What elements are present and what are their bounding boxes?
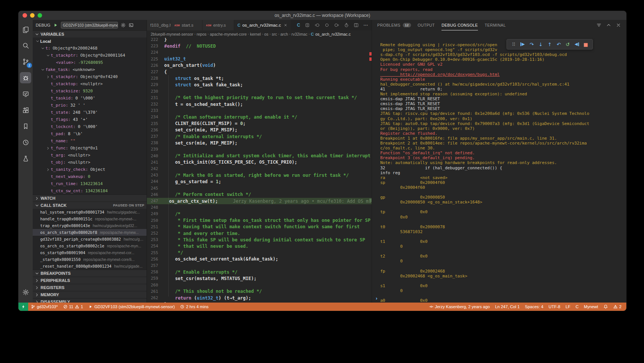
line-number[interactable]: 255 <box>147 250 158 255</box>
variable-row[interactable]: t_run_time:134223614 <box>33 180 147 187</box>
code-line-242[interactable]: 242 <box>147 166 372 172</box>
line-number[interactable]: 232 <box>147 102 158 107</box>
restart-button[interactable]: ↺ <box>563 40 572 48</box>
code-line-240[interactable]: 240 /* Intitialize and start system cloc… <box>147 153 372 159</box>
activity-history-icon[interactable] <box>20 137 31 148</box>
callstack-frame[interactable]: _start@0x08001550repos/apache-mynewt-cor… <box>33 256 147 263</box>
line-number[interactable]: 238 <box>147 140 158 145</box>
split-editor-icon[interactable] <box>354 23 359 28</box>
filter-icon[interactable] <box>596 23 602 28</box>
open-debug-console-icon[interactable] <box>128 23 134 28</box>
section-header-peripherals[interactable]: PERIPHERALS <box>33 277 147 284</box>
chevron-right-icon[interactable] <box>46 75 50 79</box>
breadcrumb-item[interactable]: rv32imac <box>292 32 308 36</box>
line-number[interactable]: 259 <box>147 276 158 281</box>
activity-tests-icon[interactable] <box>20 153 31 164</box>
line-number[interactable]: 251 <box>147 224 158 229</box>
variable-row[interactable]: t_lockcnt:0 '\000' <box>33 123 147 130</box>
panel-tab-debug-console[interactable]: DEBUG CONSOLE <box>441 20 478 30</box>
callstack-frame[interactable]: os_start@0x08001904repos/apache-mynewt-c… <box>33 249 147 256</box>
code-line-243[interactable]: 243 /* Mark the OS as started, right bef… <box>147 172 372 178</box>
activity-manage-icon[interactable] <box>20 286 31 298</box>
step-out-button[interactable]: ↑ <box>545 40 554 48</box>
continue-button[interactable]: ▶ <box>518 40 527 48</box>
variable-row[interactable]: t_stackptr:Object@*0xf4240 <box>33 73 147 80</box>
section-header-breakpoints[interactable]: BREAKPOINTS <box>33 270 147 277</box>
chevron-right-icon[interactable] <box>46 168 50 172</box>
section-header-disassembly[interactable]: DISASSEMBLY <box>33 298 147 303</box>
chevron-down-icon[interactable] <box>41 68 45 72</box>
close-panel-icon[interactable] <box>616 23 621 28</box>
chevron-down-icon[interactable] <box>46 54 50 57</box>
maximize-panel-icon[interactable] <box>606 23 611 28</box>
status-git-branch[interactable]: gd32vf103* <box>28 303 60 311</box>
code-line-225[interactable]: 225uint32_t <box>147 56 372 62</box>
previous-change-icon[interactable] <box>314 23 320 28</box>
variable-row[interactable]: t_func:Object@*0x1 <box>33 145 147 152</box>
line-number[interactable]: 227 <box>147 69 158 74</box>
variable-row[interactable]: t_stackptr:Object@*0x20001164 <box>33 52 147 59</box>
line-number[interactable]: 260 <box>147 283 158 288</box>
chevron-down-icon[interactable] <box>36 39 39 43</box>
console-link[interactable]: http://openocd.org/doc/doxygen/bugs.html <box>380 72 625 77</box>
line-number[interactable]: 253 <box>147 237 158 242</box>
code-line-255[interactable]: 255 */ <box>147 250 372 256</box>
code-line-239[interactable]: 239 <box>147 146 372 152</box>
line-number[interactable]: 246 <box>147 192 158 197</box>
open-changes-icon[interactable] <box>305 23 310 28</box>
chevron-down-icon[interactable] <box>41 47 45 50</box>
current-change-icon[interactable] <box>324 23 330 28</box>
code-line-247[interactable]: 247 os_arch_ctx_sw(t);Jerzy Kasenberg, 2… <box>147 198 372 204</box>
line-number[interactable]: 262 <box>147 295 158 300</box>
status-problems[interactable]: 111 <box>60 303 86 311</box>
code-line-252[interactable]: 252 * and every other time. <box>147 230 372 236</box>
line-number[interactable]: 222 <box>147 38 158 42</box>
code-line-232[interactable]: 232 t = os_sched_next_task(); <box>147 101 372 107</box>
code-line-260[interactable]: 260 <box>147 282 372 288</box>
callstack-frame[interactable]: trap_entry@0x0800143ehw/mcu/gigadevice/g… <box>33 222 147 229</box>
panel-tab-problems[interactable]: PROBLEMS12 <box>377 20 411 30</box>
variables-section-header[interactable]: VARIABLES <box>33 30 147 38</box>
code-line-237[interactable]: 237 /* Enable external interrupts */ <box>147 133 372 140</box>
drag-handle-button[interactable]: ⠿ <box>509 40 518 48</box>
status-git-blame[interactable]: Jerzy Kasenberg, 2 years ago <box>426 303 493 311</box>
editor-tab-entry.s[interactable]: ASMentry.s <box>203 20 234 30</box>
status-cursor-position[interactable]: Ln 247, Col 1 <box>493 303 522 311</box>
variable-row[interactable]: t_stacktop:<nullptr> <box>33 80 147 87</box>
code-line-227[interactable]: 227{ <box>147 69 372 75</box>
line-number[interactable]: 235 <box>147 121 158 126</box>
code-line-244[interactable]: 244 g_os_started = 1; <box>147 178 372 185</box>
code-line-230[interactable]: 230 <box>147 88 372 95</box>
code-line-228[interactable]: 228 struct os_task *t; <box>147 75 372 81</box>
more-actions-icon[interactable]: ⋯ <box>363 23 368 28</box>
line-number[interactable]: 231 <box>147 95 158 100</box>
variable-row[interactable]: t_taskid:0 '\000' <box>33 95 147 102</box>
status-encoding[interactable]: UTF-8 <box>546 303 563 311</box>
line-number[interactable]: 261 <box>147 289 158 294</box>
variable-row[interactable]: t:Object@*0x20002468 <box>33 45 147 52</box>
line-number[interactable]: 250 <box>147 218 158 223</box>
step-into-button[interactable]: ↓ <box>536 40 545 48</box>
code-line-236[interactable]: 236 set_csr(mie, MIP_MSIP); <box>147 127 372 133</box>
line-number[interactable]: 229 <box>147 82 158 87</box>
code-line-229[interactable]: 229 struct os_task fake_task; <box>147 81 372 88</box>
status-time-tracker[interactable]: 2 hrs 4 mins <box>177 303 211 311</box>
activity-bookmarks-icon[interactable] <box>20 120 31 132</box>
code-line-253[interactable]: 253 * This fake SP will be used during i… <box>147 236 372 243</box>
activity-search-icon[interactable] <box>20 40 31 51</box>
close-tab-icon[interactable] <box>284 23 287 27</box>
stop-button[interactable]: ■ <box>581 40 590 48</box>
code-line-250[interactable]: 250 * First time setup fake os_task stru… <box>147 217 372 224</box>
code-line-223[interactable]: 223#endif // NOTUSED <box>147 43 372 49</box>
code-line-248[interactable]: 248 <box>147 204 372 211</box>
editor-tab-start.s[interactable]: ASMstart.s <box>171 20 203 30</box>
variable-row[interactable]: t_arg:<nullptr> <box>33 152 147 159</box>
line-number[interactable]: 234 <box>147 114 158 119</box>
code-line-259[interactable]: 259 set_csr(mstatus, MSTATUS_MIE); <box>147 275 372 282</box>
code-line-241[interactable]: 241 os_tick_init(OS_TICKS_PER_SEC, OS_TI… <box>147 159 372 166</box>
variable-row[interactable]: t_stacksize:9320 <box>33 87 147 95</box>
variable-row[interactable]: <value>:-972680895 <box>33 59 147 66</box>
start-debugging-icon[interactable] <box>53 23 58 28</box>
call-stack-section-header[interactable]: CALL STACK PAUSED ON STEP <box>33 202 147 209</box>
code-line-257[interactable]: 257 <box>147 262 372 269</box>
